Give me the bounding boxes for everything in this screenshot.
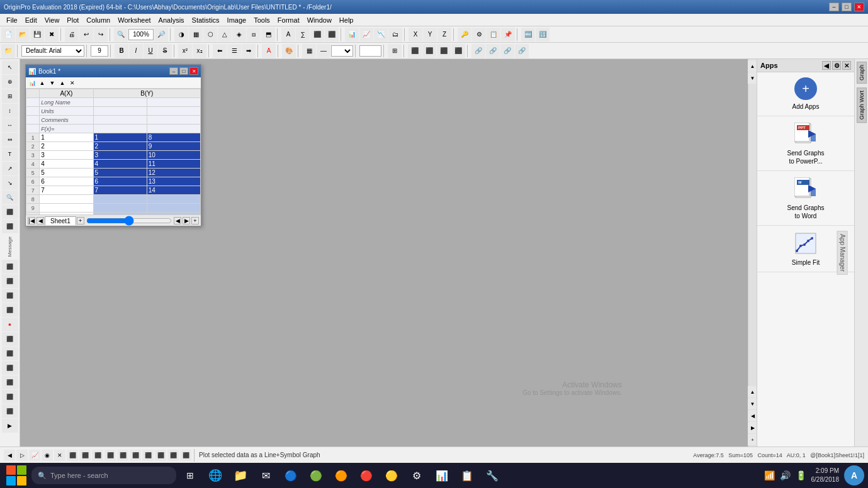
tb-btn-a4[interactable]: ⬛ — [325, 28, 339, 42]
tb-btn-a3[interactable]: ⬛ — [310, 28, 324, 42]
plot-tb-1[interactable]: ◀ — [4, 450, 15, 461]
more-btn4[interactable]: 🔗 — [515, 44, 529, 58]
subscript-button[interactable]: x₂ — [193, 44, 206, 58]
sheet-add-sheet[interactable]: + — [191, 217, 199, 225]
tb-btn-b3[interactable]: 📉 — [374, 28, 388, 42]
plot-tb-5[interactable]: ⬛ — [67, 450, 78, 461]
menu-worksheet[interactable]: Worksheet — [114, 16, 154, 25]
taskbar-app12[interactable]: 🔧 — [481, 464, 504, 487]
save-button[interactable]: 💾 — [30, 28, 44, 42]
taskbar-explorer[interactable]: 📁 — [229, 464, 252, 487]
menu-file[interactable]: File — [3, 16, 21, 25]
sheet-tb-up[interactable]: ▲ — [37, 79, 47, 87]
plot-tb-12[interactable]: ⬛ — [155, 450, 166, 461]
plot-tb-8[interactable]: ⬛ — [104, 450, 116, 461]
line-style-button[interactable]: — — [317, 44, 330, 58]
sheet-tb-scroll-up[interactable]: ▲ — [57, 79, 67, 87]
taskbar-app10[interactable]: 📊 — [431, 464, 453, 487]
apps-panel-settings[interactable]: ⚙ — [832, 61, 841, 70]
sheet-tab-first[interactable]: |◀ — [28, 217, 35, 225]
lt-btn-10[interactable]: ⬛ — [2, 260, 18, 274]
open-button[interactable]: 📂 — [16, 28, 30, 42]
bold-button[interactable]: B — [115, 44, 128, 58]
taskbar-app8[interactable]: 🟡 — [380, 464, 403, 487]
line-width-select[interactable] — [331, 45, 353, 57]
minimize-button[interactable]: – — [829, 3, 839, 11]
align-left-button[interactable]: ⬅ — [213, 44, 227, 58]
tb-btn-b1[interactable]: 📊 — [345, 28, 359, 42]
tb-btn-graph3[interactable]: ⬡ — [203, 28, 217, 42]
menu-help[interactable]: Help — [335, 16, 358, 25]
lt-btn-18[interactable]: ⬛ — [2, 375, 18, 389]
tb-btn-graph2[interactable]: ▦ — [189, 28, 203, 42]
zoom-tool[interactable]: 🔍 — [2, 191, 18, 204]
system-clock[interactable]: 2:09 PM 6/28/2018 — [811, 467, 840, 484]
sheet-tab-sheet1[interactable]: Sheet1 — [45, 216, 76, 225]
taskbar-app9[interactable]: ⚙ — [405, 464, 428, 487]
lt-btn-16[interactable]: ⬛ — [2, 347, 18, 360]
tb-btn-c3[interactable]: Z — [437, 28, 451, 42]
lt-btn-1[interactable]: ⊕ — [2, 75, 18, 89]
align-right-button[interactable]: ➡ — [242, 44, 256, 58]
tb-btn-a1[interactable]: A — [281, 28, 295, 42]
lt-btn-14[interactable]: ● — [2, 318, 18, 331]
taskbar-app7[interactable]: 🔴 — [355, 464, 378, 487]
tb-btn-graph7[interactable]: ⬒ — [261, 28, 275, 42]
font-name-select[interactable]: Default: ArialDefault: Arial — [21, 45, 84, 57]
send-word-item[interactable]: W Send Graphsto Word — [757, 171, 854, 226]
battery-icon[interactable]: 🔋 — [796, 470, 806, 480]
redo-button[interactable]: ↪ — [94, 28, 108, 42]
bg-color-button[interactable]: 🎨 — [282, 44, 296, 58]
lt-btn-9[interactable]: ⬛ — [2, 219, 18, 233]
taskbar-mail[interactable]: ✉ — [254, 464, 277, 487]
underline-button[interactable]: U — [144, 44, 157, 58]
sheet-tb-down[interactable]: ▼ — [47, 79, 57, 87]
volume-icon[interactable]: 🔊 — [780, 470, 791, 480]
plot-tb-10[interactable]: ⬛ — [130, 450, 141, 461]
menu-format[interactable]: Format — [274, 16, 303, 25]
tb-btn-c1[interactable]: X — [409, 28, 422, 42]
font-color-button[interactable]: A — [262, 44, 276, 58]
start-button[interactable] — [4, 464, 29, 487]
tb-btn-d3[interactable]: 📋 — [487, 28, 500, 42]
column-width-input[interactable] — [359, 45, 381, 57]
lt-btn-4[interactable]: ↔ — [2, 118, 18, 132]
long-name-a-val[interactable] — [93, 98, 147, 107]
add-apps-item[interactable]: + Add Apps — [757, 72, 854, 116]
lt-btn-6[interactable]: ↗ — [2, 162, 18, 175]
close-button[interactable]: ✕ — [854, 3, 864, 11]
strikethrough-button[interactable]: S — [158, 44, 172, 58]
fmt-btn4[interactable]: ⬛ — [451, 44, 465, 58]
app-manager-tab[interactable]: App Manager — [837, 231, 847, 275]
sheet-tb-close[interactable]: ✕ — [67, 79, 77, 87]
lt-btn-2[interactable]: ⊞ — [2, 89, 18, 103]
tb-btn-e2[interactable]: 🔢 — [536, 28, 550, 42]
tb-btn-b4[interactable]: 🗂 — [388, 28, 402, 42]
lt-btn-13[interactable]: ⬛ — [2, 303, 18, 317]
print-button[interactable]: 🖨 — [65, 28, 79, 42]
fmt-btn2[interactable]: ⬛ — [422, 44, 436, 58]
col-b-header[interactable]: B(Y) — [93, 89, 200, 98]
tb-btn-d2[interactable]: ⚙ — [472, 28, 486, 42]
plot-tb-2[interactable]: ▷ — [16, 450, 28, 461]
tb-btn-graph5[interactable]: ◈ — [232, 28, 246, 42]
plot-tb-line[interactable]: 📈 — [29, 450, 40, 461]
lt-btn-20[interactable]: ⬛ — [2, 404, 18, 418]
menu-edit[interactable]: Edit — [21, 16, 41, 25]
new-button[interactable]: 📄 — [1, 28, 15, 42]
superscript-button[interactable]: x² — [178, 44, 192, 58]
zoom-out-button[interactable]: 🔎 — [154, 28, 168, 42]
plot-tb-14[interactable]: ⬛ — [180, 450, 191, 461]
taskbar-search[interactable]: 🔍 Type here - search — [31, 467, 176, 484]
plot-tb-9[interactable]: ⬛ — [117, 450, 128, 461]
taskview-button[interactable]: ⊞ — [179, 464, 201, 487]
tb-btn-c2[interactable]: Y — [423, 28, 437, 42]
menu-analysis[interactable]: Analysis — [155, 16, 188, 25]
tb-btn-e1[interactable]: 🔤 — [521, 28, 535, 42]
font-size-input[interactable] — [91, 45, 108, 57]
align-center-button[interactable]: ☰ — [227, 44, 241, 58]
maximize-button[interactable]: □ — [842, 3, 852, 11]
tb-btn-a2[interactable]: ∑ — [296, 28, 310, 42]
col-a-header[interactable]: A(X) — [40, 89, 93, 98]
lt-btn-7[interactable]: ↘ — [2, 176, 18, 190]
